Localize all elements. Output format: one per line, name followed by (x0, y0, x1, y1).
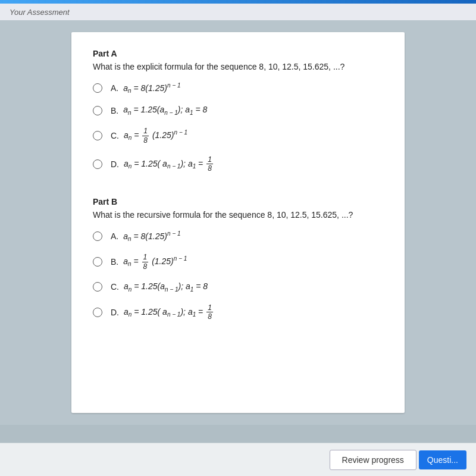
main-content: Part A What is the explicit formula for … (0, 20, 476, 425)
part-b-option-a[interactable]: A. an = 8(1.25)n − 1 (93, 230, 383, 242)
radio-b1[interactable] (93, 231, 102, 241)
part-b-option-b[interactable]: B. an = 18 (1.25)n − 1 (93, 253, 383, 271)
part-a-option-a[interactable]: A. an = 8(1.25)n − 1 (93, 82, 383, 94)
part-a-question: What is the explicit formula for the seq… (93, 62, 383, 71)
part-a-label: Part A (93, 49, 383, 58)
part-b-option-d[interactable]: D. an = 1.25( an − 1); a1 = 18 (93, 303, 383, 321)
radio-a1[interactable] (93, 83, 102, 93)
radio-b2[interactable] (93, 257, 102, 267)
question-card: Part A What is the explicit formula for … (71, 32, 405, 413)
radio-b3[interactable] (93, 282, 102, 292)
part-a-option-c[interactable]: C. an = 18 (1.25)n − 1 (93, 127, 383, 145)
part-b-label: Part B (93, 197, 383, 206)
part-b-question: What is the recursive formula for the se… (93, 210, 383, 220)
radio-a4[interactable] (93, 159, 102, 169)
bottom-bar: Review progress Questi... (0, 443, 476, 476)
questions-button[interactable]: Questi... (419, 450, 466, 469)
header-title: Your Assessment (10, 8, 70, 17)
radio-b4[interactable] (93, 308, 102, 317)
part-b-option-c[interactable]: C. an = 1.25(an − 1); a1 = 8 (93, 281, 383, 293)
part-a-option-d[interactable]: D. an = 1.25( an − 1); a1 = 18 (93, 155, 383, 173)
review-progress-button[interactable]: Review progress (330, 450, 416, 470)
radio-a3[interactable] (93, 131, 102, 140)
part-a-option-b[interactable]: B. an = 1.25(an − 1); a1 = 8 (93, 105, 383, 116)
radio-a2[interactable] (93, 106, 102, 115)
header-bar: Your Assessment (0, 4, 476, 20)
